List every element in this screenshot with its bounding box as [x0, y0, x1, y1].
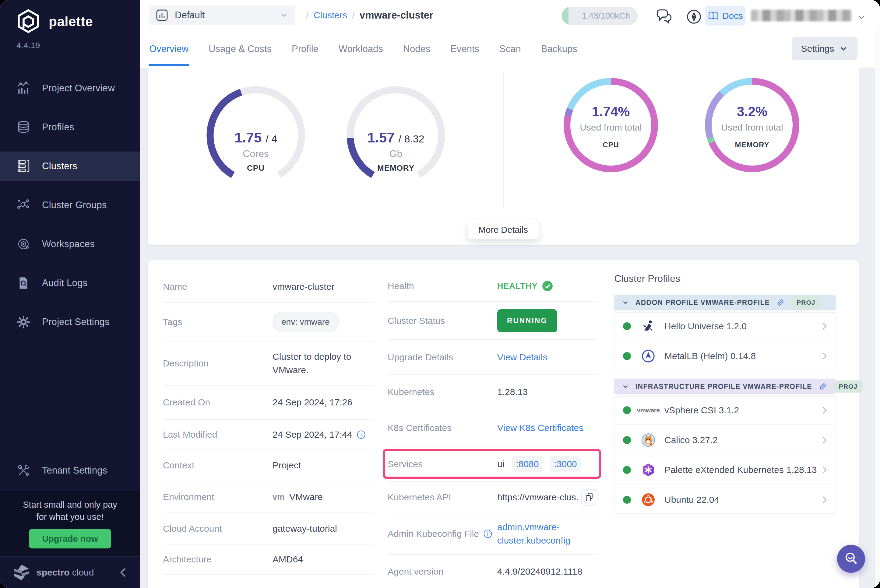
memory-usage-gauge: 1.57 / 8.32 Gb MEMORY — [344, 84, 448, 187]
tab-nodes[interactable]: Nodes — [402, 32, 431, 66]
chevron-right-icon — [820, 495, 828, 504]
profile-item-ubuntu[interactable]: Ubuntu 22.04 — [614, 486, 836, 514]
clusters-icon — [17, 159, 30, 173]
sidebar-item-label: Workspaces — [42, 238, 95, 250]
status-dot — [623, 352, 631, 360]
sidebar-item-label: Project Overview — [42, 83, 115, 94]
sidebar-item-project-overview[interactable]: Project Overview — [0, 74, 140, 103]
detail-row-created-on: Created On 24 Sep 2024, 17:26 — [163, 386, 374, 420]
status-dot — [623, 496, 631, 504]
main-area: Default / Clusters / vmware-cluster 1.43… — [140, 0, 880, 588]
scrollbar-track[interactable] — [875, 30, 880, 588]
profile-item-calico[interactable]: Calico 3.27.2 — [614, 426, 836, 454]
sidebar-item-label: Profiles — [42, 122, 74, 133]
sidebar-item-project-settings[interactable]: Project Settings — [0, 308, 140, 337]
sidebar-item-clusters[interactable]: Clusters — [0, 152, 140, 181]
memory-total-donut: 3.2% Used from total MEMORY — [705, 78, 799, 172]
more-details-button[interactable]: More Details — [468, 220, 539, 240]
chevron-down-icon — [622, 382, 629, 390]
sidebar-item-profiles[interactable]: Profiles — [0, 112, 140, 142]
profile-item-vsphere-csi[interactable]: vmware vSphere CSI 3.1.2 — [614, 396, 836, 424]
tab-events[interactable]: Events — [450, 32, 480, 66]
chevron-right-icon — [820, 322, 828, 331]
chevron-right-icon — [820, 406, 828, 415]
settings-button[interactable]: Settings — [792, 37, 857, 60]
chat-icon[interactable] — [655, 8, 673, 26]
detail-row-description: Description Cluster to deploy to VMware. — [163, 342, 374, 386]
status-dot — [623, 406, 631, 414]
app-window: palette 4.4.19 Project Overview Profiles — [0, 0, 880, 588]
proj-badge: PROJ — [833, 380, 863, 393]
details-mid-column: Health HEALTHY Cluster Status RUNNING Up… — [387, 271, 598, 588]
promo-text: Start small and only pay for what you us… — [0, 498, 140, 523]
profile-link-icon[interactable] — [776, 298, 785, 307]
detail-row-admin-kubeconfig: Admin Kubeconfig File admin.vmware-clust… — [387, 513, 598, 555]
tab-profile[interactable]: Profile — [291, 32, 319, 66]
status-dot — [623, 436, 631, 444]
copy-icon — [585, 492, 594, 502]
project-selector[interactable]: Default — [149, 6, 295, 25]
chevron-down-icon — [839, 44, 848, 53]
profile-item-palette-extended-kubernetes[interactable]: Palette eXtended Kubernetes 1.28.13 — [614, 456, 836, 484]
user-menu-chevron-icon[interactable] — [856, 12, 866, 22]
cluster-status-badge: RUNNING — [497, 309, 557, 332]
profile-item-hello-universe[interactable]: Hello Universe 1.2.0 — [614, 312, 836, 340]
sidebar-footer: spectro cloud — [0, 556, 140, 588]
sidebar-collapse-icon[interactable] — [119, 567, 128, 578]
detail-row-cloud-account: Cloud Account gateway-tutorial — [163, 513, 374, 544]
profiles-icon — [17, 120, 30, 134]
service-port-3000-link[interactable]: :3000 — [550, 456, 580, 472]
search-help-fab[interactable] — [837, 545, 865, 573]
check-circle-icon — [542, 280, 553, 292]
book-icon — [708, 10, 719, 21]
profile-link-icon[interactable] — [818, 382, 827, 391]
infrastructure-profile-header[interactable]: INFRASTRUCTURE PROFILE VMWARE-PROFILE PR… — [614, 379, 836, 394]
project-chart-icon — [156, 9, 168, 21]
cpu-usage-gauge: 1.75 / 4 Cores CPU — [204, 84, 308, 187]
addon-profile-header[interactable]: ADDON PROFILE VMWARE-PROFILE PROJ — [614, 295, 836, 310]
detail-row-name: Name vmware-cluster — [163, 271, 374, 303]
tenant-settings-icon — [17, 464, 30, 477]
project-settings-icon — [17, 315, 30, 329]
compass-icon[interactable] — [685, 8, 703, 26]
tab-usage-costs[interactable]: Usage & Costs — [208, 32, 272, 66]
sidebar-item-audit-logs[interactable]: Audit Logs — [0, 268, 140, 298]
docs-button[interactable]: Docs — [705, 6, 745, 26]
view-details-link[interactable]: View Details — [497, 352, 548, 362]
copy-button[interactable] — [581, 489, 598, 506]
user-name-redacted[interactable] — [751, 10, 851, 21]
profile-item-metallb[interactable]: MetalLB (Helm) 0.14.8 — [614, 342, 836, 370]
tab-backups[interactable]: Backups — [541, 32, 578, 66]
palette-logo-icon — [15, 9, 41, 35]
tab-workloads[interactable]: Workloads — [338, 32, 384, 66]
breadcrumb-clusters-link[interactable]: Clusters — [314, 10, 347, 20]
details-card: Name vmware-cluster Tags env: vmware Des… — [148, 260, 859, 588]
chevron-right-icon — [820, 465, 828, 474]
health-status-badge: HEALTHY — [497, 279, 598, 293]
cpu-total-donut: 1.74% Used from total CPU — [564, 78, 658, 172]
tab-overview[interactable]: Overview — [149, 32, 189, 66]
cluster-profiles-title: Cluster Profiles — [614, 273, 836, 284]
vmware-logo-icon: vmware — [638, 406, 659, 414]
tab-scan[interactable]: Scan — [499, 32, 522, 66]
page-title: vmware-cluster — [360, 9, 433, 21]
sidebar-item-cluster-groups[interactable]: Cluster Groups — [0, 190, 140, 220]
detail-row-agent-version: Agent version 4.4.9/20240912.1118 — [387, 555, 598, 588]
upgrade-now-button[interactable]: Upgrade now — [29, 529, 111, 548]
sidebar-item-label: Project Settings — [42, 316, 110, 327]
service-port-8080-link[interactable]: :8080 — [512, 456, 542, 472]
docs-label: Docs — [722, 10, 743, 21]
kubeconfig-download-link[interactable]: admin.vmware-cluster.kubeconfig — [497, 522, 570, 545]
info-icon[interactable] — [483, 529, 493, 538]
sidebar-nav: Project Overview Profiles Clusters Clust… — [0, 74, 140, 346]
hello-universe-icon — [638, 319, 659, 333]
sidebar-item-tenant-settings[interactable]: Tenant Settings — [0, 456, 140, 485]
upgrade-promo: Start small and only pay for what you us… — [0, 490, 140, 556]
magnifier-smile-icon — [842, 550, 860, 567]
sidebar-item-workspaces[interactable]: Workspaces — [0, 230, 140, 259]
service-name: ui — [497, 458, 504, 471]
status-dot — [623, 466, 631, 474]
view-k8s-certificates-link[interactable]: View K8s Certificates — [497, 423, 583, 433]
utilization-card: 1.75 / 4 Cores CPU 1.57 / 8.32 Gb MEMORY… — [148, 68, 859, 245]
info-icon[interactable] — [357, 430, 366, 439]
